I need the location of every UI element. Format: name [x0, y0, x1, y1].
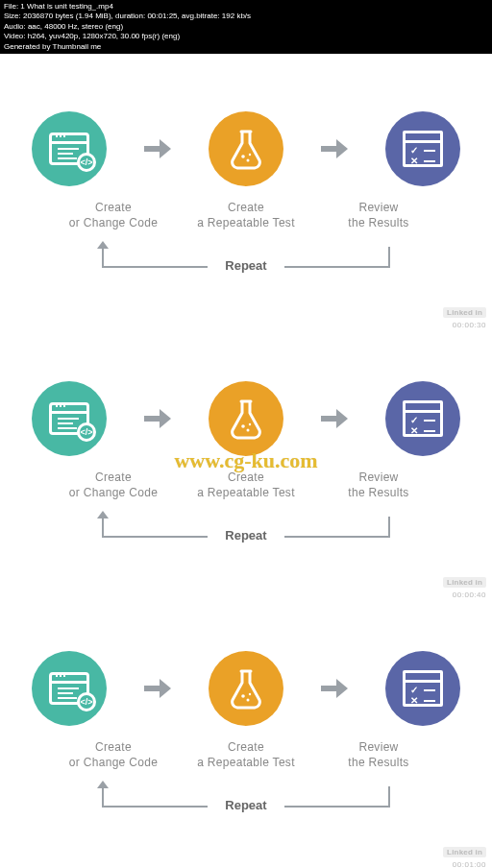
label-review-results: Review the Results — [321, 470, 436, 502]
meta-line-video: Video: h264, yuv420p, 1280x720, 30.00 fp… — [4, 32, 488, 41]
svg-point-7 — [247, 698, 250, 701]
frame-timestamp: 00:00:30 — [453, 321, 486, 329]
flask-icon — [209, 381, 283, 456]
linkedin-watermark: Linked in — [443, 847, 486, 857]
diagram-labels: Create or Change Code Create a Repeatabl… — [56, 739, 436, 772]
checklist-icon: ✓ ✕ — [385, 111, 460, 186]
meta-line-file: File: 1 What is unit testing_.mp4 — [4, 2, 488, 12]
svg-point-1 — [247, 158, 250, 161]
frame-timestamp: 00:01:00 — [453, 860, 486, 868]
repeat-label: Repeat — [208, 528, 284, 542]
linkedin-watermark: Linked in — [443, 307, 486, 318]
repeat-arrowhead-icon — [97, 781, 109, 788]
svg-point-5 — [249, 422, 251, 424]
label-review-results: Review the Results — [321, 739, 436, 772]
code-window-icon: </> — [32, 651, 107, 726]
flask-icon — [209, 111, 283, 186]
diagram-row: </> — [12, 111, 480, 186]
step-create-code: </> — [12, 111, 127, 186]
arrow-right-icon — [321, 679, 348, 698]
diagram-labels: Create or Change Code Create a Repeatabl… — [56, 470, 436, 502]
meta-line-audio: Audio: aac, 48000 Hz, stereo (eng) — [4, 22, 488, 32]
repeat-loop: Repeat — [73, 239, 419, 281]
diagram-row: </> — [12, 651, 480, 726]
label-create-test: Create a Repeatable Test — [188, 739, 304, 772]
linkedin-watermark: Linked in — [443, 577, 486, 588]
checklist-icon: ✓ ✕ — [385, 651, 460, 726]
repeat-label: Repeat — [208, 798, 284, 812]
label-create-code: Create or Change Code — [56, 470, 171, 502]
svg-point-6 — [241, 694, 245, 698]
thumbnail-frame: </> — [0, 601, 492, 868]
label-create-code: Create or Change Code — [56, 200, 171, 232]
arrow-right-icon — [144, 679, 171, 698]
svg-point-3 — [241, 424, 245, 428]
label-review-results: Review the Results — [321, 200, 436, 232]
frame-timestamp: 00:00:40 — [453, 591, 486, 599]
repeat-arrowhead-icon — [97, 511, 109, 518]
svg-point-8 — [249, 692, 251, 694]
step-review-results: ✓ ✕ — [365, 381, 480, 456]
diagram: </> — [0, 61, 492, 331]
video-metadata-header: File: 1 What is unit testing_.mp4 Size: … — [0, 0, 492, 54]
step-create-code: </> — [12, 381, 127, 456]
code-window-icon: </> — [32, 381, 107, 456]
step-create-test — [188, 381, 304, 456]
svg-point-4 — [247, 428, 250, 431]
checklist-icon: ✓ ✕ — [385, 381, 460, 456]
diagram: </> — [0, 601, 492, 868]
repeat-arrowhead-icon — [97, 241, 109, 249]
arrow-right-icon — [321, 409, 348, 428]
code-window-icon: </> — [32, 111, 107, 186]
thumbnail-frame: </> — [0, 61, 492, 331]
diagram-labels: Create or Change Code Create a Repeatabl… — [56, 200, 436, 232]
thumbnail-frame: </> — [0, 331, 492, 601]
step-review-results: ✓ ✕ — [365, 111, 480, 186]
repeat-loop: Repeat — [73, 779, 419, 821]
step-create-test — [188, 651, 304, 726]
label-create-code: Create or Change Code — [56, 739, 171, 772]
arrow-right-icon — [144, 139, 171, 158]
label-create-test: Create a Repeatable Test — [188, 470, 304, 502]
diagram: </> — [0, 331, 492, 601]
repeat-label: Repeat — [208, 258, 284, 273]
arrow-right-icon — [144, 409, 171, 428]
step-create-test — [188, 111, 304, 186]
meta-line-generator: Generated by Thumbnail me — [4, 42, 488, 52]
step-review-results: ✓ ✕ — [365, 651, 480, 726]
step-create-code: </> — [12, 651, 127, 726]
repeat-loop: Repeat — [73, 509, 419, 551]
meta-line-size: Size: 2036870 bytes (1.94 MiB), duration… — [4, 12, 488, 21]
label-create-test: Create a Repeatable Test — [188, 200, 304, 232]
arrow-right-icon — [321, 139, 348, 158]
svg-point-0 — [241, 155, 245, 158]
flask-icon — [209, 651, 283, 726]
svg-point-2 — [249, 153, 251, 155]
diagram-row: </> — [12, 381, 480, 456]
